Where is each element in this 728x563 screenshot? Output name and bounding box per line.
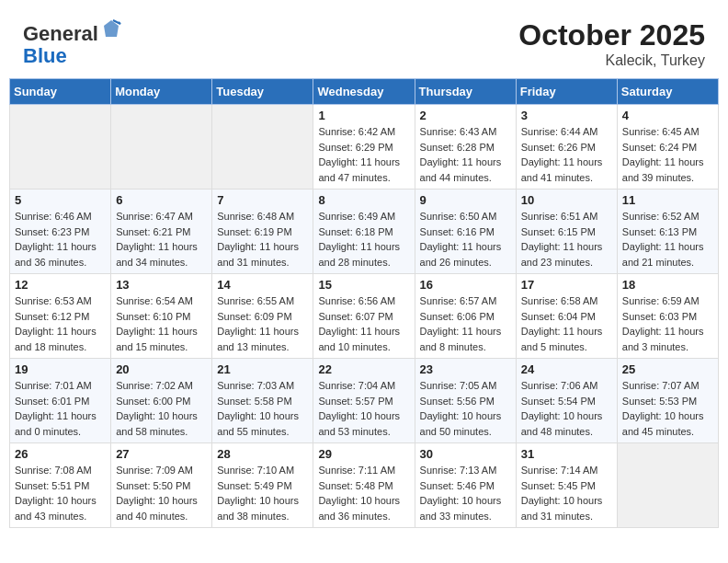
calendar-cell: 22Sunrise: 7:04 AMSunset: 5:57 PMDayligh… [313,359,415,443]
calendar-cell: 26Sunrise: 7:08 AMSunset: 5:51 PMDayligh… [10,443,111,528]
calendar-cell [212,105,313,190]
calendar-cell: 16Sunrise: 6:57 AMSunset: 6:06 PMDayligh… [415,274,516,359]
day-number: 31 [521,447,612,461]
day-info: Sunrise: 7:07 AMSunset: 5:53 PMDaylight:… [622,378,713,439]
day-info: Sunrise: 6:47 AMSunset: 6:21 PMDaylight:… [116,209,207,270]
day-number: 22 [318,362,409,376]
weekday-header-thursday: Thursday [415,79,516,105]
calendar-cell: 19Sunrise: 7:01 AMSunset: 6:01 PMDayligh… [10,359,111,443]
calendar-cell: 30Sunrise: 7:13 AMSunset: 5:46 PMDayligh… [415,443,516,528]
calendar-cell: 28Sunrise: 7:10 AMSunset: 5:49 PMDayligh… [212,443,313,528]
day-info: Sunrise: 6:59 AMSunset: 6:03 PMDaylight:… [622,293,713,354]
calendar-cell: 12Sunrise: 6:53 AMSunset: 6:12 PMDayligh… [10,274,111,359]
day-info: Sunrise: 6:52 AMSunset: 6:13 PMDaylight:… [622,209,713,270]
calendar-cell: 24Sunrise: 7:06 AMSunset: 5:54 PMDayligh… [516,359,617,443]
day-number: 18 [622,278,713,292]
day-info: Sunrise: 6:51 AMSunset: 6:15 PMDaylight:… [521,209,612,270]
day-info: Sunrise: 6:50 AMSunset: 6:16 PMDaylight:… [420,209,511,270]
calendar-cell: 3Sunrise: 6:44 AMSunset: 6:26 PMDaylight… [516,105,617,190]
day-info: Sunrise: 6:58 AMSunset: 6:04 PMDaylight:… [521,293,612,354]
calendar-cell: 9Sunrise: 6:50 AMSunset: 6:16 PMDaylight… [415,190,516,274]
weekday-header-friday: Friday [516,79,617,105]
day-info: Sunrise: 7:01 AMSunset: 6:01 PMDaylight:… [15,378,106,439]
day-info: Sunrise: 6:53 AMSunset: 6:12 PMDaylight:… [15,293,106,354]
weekday-row: SundayMondayTuesdayWednesdayThursdayFrid… [10,79,719,105]
weekday-header-monday: Monday [111,79,212,105]
page-header: General Blue October 2025 Kalecik, Turke… [9,9,719,74]
day-number: 16 [420,278,511,292]
calendar-week-4: 19Sunrise: 7:01 AMSunset: 6:01 PMDayligh… [10,359,719,443]
calendar-cell: 29Sunrise: 7:11 AMSunset: 5:48 PMDayligh… [313,443,415,528]
calendar-cell: 17Sunrise: 6:58 AMSunset: 6:04 PMDayligh… [516,274,617,359]
weekday-header-sunday: Sunday [10,79,111,105]
day-info: Sunrise: 7:08 AMSunset: 5:51 PMDaylight:… [15,463,106,523]
calendar-cell: 21Sunrise: 7:03 AMSunset: 5:58 PMDayligh… [212,359,313,443]
calendar-week-3: 12Sunrise: 6:53 AMSunset: 6:12 PMDayligh… [10,274,719,359]
calendar-cell: 8Sunrise: 6:49 AMSunset: 6:18 PMDaylight… [313,190,415,274]
day-number: 12 [15,278,106,292]
day-number: 28 [217,447,308,461]
day-number: 3 [521,109,612,122]
day-info: Sunrise: 7:06 AMSunset: 5:54 PMDaylight:… [521,378,612,439]
day-number: 2 [420,109,511,122]
day-info: Sunrise: 7:04 AMSunset: 5:57 PMDaylight:… [318,378,409,439]
day-number: 24 [521,362,612,376]
day-info: Sunrise: 7:03 AMSunset: 5:58 PMDaylight:… [217,378,308,439]
calendar-cell: 31Sunrise: 7:14 AMSunset: 5:45 PMDayligh… [516,443,617,528]
day-info: Sunrise: 7:09 AMSunset: 5:50 PMDaylight:… [116,463,207,523]
day-info: Sunrise: 6:43 AMSunset: 6:28 PMDaylight:… [420,124,511,185]
day-info: Sunrise: 6:46 AMSunset: 6:23 PMDaylight:… [15,209,106,270]
day-info: Sunrise: 7:11 AMSunset: 5:48 PMDaylight:… [318,463,409,523]
calendar-cell [10,105,111,190]
day-info: Sunrise: 7:02 AMSunset: 6:00 PMDaylight:… [116,378,207,439]
calendar-cell: 10Sunrise: 6:51 AMSunset: 6:15 PMDayligh… [516,190,617,274]
day-info: Sunrise: 7:14 AMSunset: 5:45 PMDaylight:… [521,463,612,523]
day-number: 29 [318,447,409,461]
day-info: Sunrise: 6:55 AMSunset: 6:09 PMDaylight:… [217,293,308,354]
logo-general: General [23,22,98,45]
day-number: 14 [217,278,308,292]
calendar-cell: 15Sunrise: 6:56 AMSunset: 6:07 PMDayligh… [313,274,415,359]
weekday-header-wednesday: Wednesday [313,79,415,105]
calendar-cell: 23Sunrise: 7:05 AMSunset: 5:56 PMDayligh… [415,359,516,443]
day-info: Sunrise: 6:45 AMSunset: 6:24 PMDaylight:… [622,124,713,185]
calendar-week-1: 1Sunrise: 6:42 AMSunset: 6:29 PMDaylight… [10,105,719,190]
day-info: Sunrise: 6:42 AMSunset: 6:29 PMDaylight:… [318,124,409,185]
day-info: Sunrise: 6:49 AMSunset: 6:18 PMDaylight:… [318,209,409,270]
logo-icon [100,18,122,40]
calendar-table: SundayMondayTuesdayWednesdayThursdayFrid… [9,78,719,528]
day-number: 25 [622,362,713,376]
month-title: October 2025 [518,18,705,52]
weekday-header-saturday: Saturday [617,79,718,105]
day-number: 26 [15,447,106,461]
day-number: 7 [217,193,308,207]
day-info: Sunrise: 6:48 AMSunset: 6:19 PMDaylight:… [217,209,308,270]
day-number: 8 [318,193,409,207]
day-number: 6 [116,193,207,207]
calendar-week-2: 5Sunrise: 6:46 AMSunset: 6:23 PMDaylight… [10,190,719,274]
day-number: 17 [521,278,612,292]
calendar-body: 1Sunrise: 6:42 AMSunset: 6:29 PMDaylight… [10,105,719,528]
calendar-cell: 5Sunrise: 6:46 AMSunset: 6:23 PMDaylight… [10,190,111,274]
calendar-cell: 13Sunrise: 6:54 AMSunset: 6:10 PMDayligh… [111,274,212,359]
calendar-cell: 1Sunrise: 6:42 AMSunset: 6:29 PMDaylight… [313,105,415,190]
calendar-cell: 25Sunrise: 7:07 AMSunset: 5:53 PMDayligh… [617,359,718,443]
day-number: 13 [116,278,207,292]
day-info: Sunrise: 6:57 AMSunset: 6:06 PMDaylight:… [420,293,511,354]
logo: General Blue [23,18,122,67]
day-number: 9 [420,193,511,207]
day-number: 19 [15,362,106,376]
calendar-cell: 14Sunrise: 6:55 AMSunset: 6:09 PMDayligh… [212,274,313,359]
day-number: 11 [622,193,713,207]
weekday-header-tuesday: Tuesday [212,79,313,105]
day-number: 21 [217,362,308,376]
calendar-cell: 6Sunrise: 6:47 AMSunset: 6:21 PMDaylight… [111,190,212,274]
calendar-header: SundayMondayTuesdayWednesdayThursdayFrid… [10,79,719,105]
title-block: October 2025 Kalecik, Turkey [518,18,705,69]
day-info: Sunrise: 7:13 AMSunset: 5:46 PMDaylight:… [420,463,511,523]
calendar-cell [111,105,212,190]
day-number: 20 [116,362,207,376]
day-number: 10 [521,193,612,207]
calendar-cell: 18Sunrise: 6:59 AMSunset: 6:03 PMDayligh… [617,274,718,359]
calendar-week-5: 26Sunrise: 7:08 AMSunset: 5:51 PMDayligh… [10,443,719,528]
